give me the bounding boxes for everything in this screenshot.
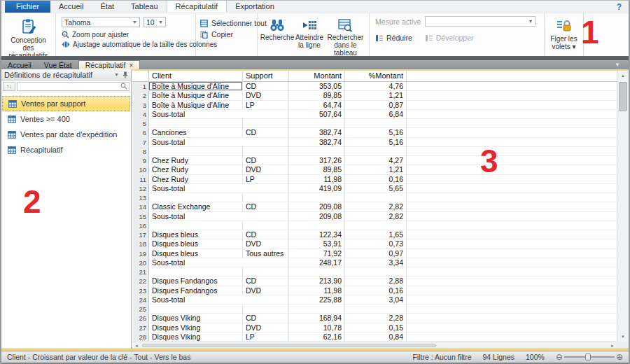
cell-pct-montant[interactable]: 5,65 (345, 184, 407, 192)
cell-client[interactable]: Boîte à Musique d'Aline (149, 82, 243, 90)
cell-pct-montant[interactable]: 3,34 (345, 258, 407, 267)
cell-support[interactable]: LP (243, 101, 289, 109)
cell-client[interactable]: Disques bleus (149, 230, 243, 239)
cell-support[interactable]: CD (243, 276, 289, 285)
row-number[interactable]: 25 (132, 304, 149, 313)
cell-client[interactable]: Disques Fandangos (149, 276, 243, 285)
horizontal-scrollbar[interactable]: ◄ ► (132, 342, 617, 349)
cell-support[interactable]: DVD (243, 239, 289, 248)
cell-pct-montant[interactable]: 3,04 (345, 295, 407, 304)
cell-support[interactable]: CD (243, 156, 289, 164)
tab-exportation[interactable]: Exportation (227, 0, 283, 13)
cell-pct-montant[interactable]: 6,84 (345, 110, 407, 118)
row-number[interactable]: 10 (132, 165, 149, 174)
row-number[interactable]: 15 (132, 212, 149, 220)
row-number[interactable]: 28 (132, 332, 149, 341)
row-number[interactable]: 1 (132, 82, 149, 90)
search-input[interactable] (17, 82, 130, 91)
row-number[interactable]: 12 (132, 184, 149, 192)
cell-support[interactable] (243, 119, 289, 127)
cell-client[interactable] (149, 267, 243, 276)
row-number[interactable]: 27 (132, 323, 149, 332)
cell-client[interactable]: Disques bleus (149, 249, 243, 258)
collapse-button[interactable]: Réduire (375, 33, 412, 43)
vertical-scrollbar[interactable]: ▲ ▼ (617, 71, 629, 342)
cell-montant[interactable]: 71,92 (289, 249, 345, 258)
cell-montant[interactable]: 317,26 (289, 156, 345, 164)
vertical-scroll-thumb[interactable] (619, 82, 627, 111)
cell-pct-montant[interactable]: 0,16 (345, 286, 407, 295)
cell-montant[interactable]: 53,91 (289, 239, 345, 248)
cell-support[interactable]: CD (243, 314, 289, 322)
cell-client[interactable]: Disques Viking (149, 323, 243, 332)
goto-line-button[interactable]: Atteindrela ligne (294, 15, 325, 54)
cell-support[interactable]: CD (243, 82, 289, 90)
row-number[interactable]: 23 (132, 286, 149, 295)
cell-montant[interactable]: 62,16 (289, 332, 345, 341)
cell-montant[interactable]: 64,74 (289, 101, 345, 109)
cell-pct-montant[interactable]: 5,16 (345, 128, 407, 136)
cell-pct-montant[interactable]: 1,21 (345, 91, 407, 99)
cell-montant[interactable] (289, 193, 345, 202)
zoom-slider-track[interactable] (564, 356, 615, 358)
cell-support[interactable]: LP (243, 332, 289, 341)
cell-support[interactable]: DVD (243, 323, 289, 332)
cell-pct-montant[interactable]: 0,73 (345, 239, 407, 248)
cell-client[interactable]: Classic Exchange (149, 202, 243, 211)
cell-pct-montant[interactable]: 2,88 (345, 276, 407, 285)
cell-montant[interactable] (289, 147, 345, 155)
cell-client[interactable]: Sous-total (149, 184, 289, 192)
cell-pct-montant[interactable]: 1,21 (345, 165, 407, 174)
cell-montant[interactable]: 213,90 (289, 276, 345, 285)
zoom-slider[interactable]: ⊖ ⊕ (556, 353, 623, 361)
col-header-client[interactable]: Client (149, 71, 243, 81)
cell-pct-montant[interactable]: 2,82 (345, 202, 407, 211)
cell-pct-montant[interactable]: 2,28 (345, 314, 407, 322)
row-number[interactable]: 14 (132, 202, 149, 211)
view-tab-accueil[interactable]: Accueil (1, 60, 38, 69)
sort-button[interactable]: ↑↓ (3, 82, 15, 91)
cell-pct-montant[interactable] (345, 193, 407, 202)
view-tab-vue-etat[interactable]: Vue État (38, 60, 78, 69)
row-number[interactable]: 7 (132, 138, 149, 146)
zoom-out-icon[interactable]: ⊖ (556, 353, 563, 361)
scroll-down-icon[interactable]: ▼ (617, 332, 629, 342)
cell-support[interactable]: LP (243, 175, 289, 183)
cell-montant[interactable]: 122,34 (289, 230, 345, 239)
cell-montant[interactable] (289, 119, 345, 127)
cell-montant[interactable]: 225,88 (289, 295, 345, 304)
cell-montant[interactable]: 11,98 (289, 286, 345, 295)
cell-support[interactable] (243, 193, 289, 202)
row-number[interactable]: 8 (132, 147, 149, 155)
cell-pct-montant[interactable]: 4,27 (345, 156, 407, 164)
cell-client[interactable] (149, 147, 243, 155)
pin-icon[interactable] (122, 71, 128, 78)
cell-client[interactable]: Sous-total (149, 258, 289, 267)
cell-montant[interactable]: 10,78 (289, 323, 345, 332)
scroll-up-icon[interactable]: ▲ (617, 71, 629, 80)
summary-list-item[interactable]: Ventes par support (2, 96, 130, 111)
cell-montant[interactable]: 248,17 (289, 258, 345, 267)
cell-client[interactable]: Boîte à Musique d'Aline (149, 91, 243, 99)
select-all-button[interactable]: Sélectionner tout (200, 18, 254, 29)
zoom-to-fit-button[interactable]: + Zoom pour ajuster (62, 29, 192, 39)
cell-client[interactable] (149, 304, 243, 313)
tab-recapitulatif[interactable]: Récapitulatif (167, 0, 227, 13)
cell-montant[interactable]: 419,09 (289, 184, 345, 192)
cell-pct-montant[interactable] (345, 304, 407, 313)
cell-pct-montant[interactable]: 4,76 (345, 82, 407, 90)
row-number[interactable]: 11 (132, 175, 149, 183)
cell-client[interactable]: Sous-total (149, 212, 289, 220)
cell-pct-montant[interactable]: 0,87 (345, 101, 407, 109)
row-number[interactable]: 5 (132, 119, 149, 127)
col-header-pct-montant[interactable]: %Montant (345, 71, 407, 81)
col-header-montant[interactable]: Montant (289, 71, 345, 81)
cell-pct-montant[interactable]: 5,16 (345, 138, 407, 146)
row-number[interactable]: 18 (132, 239, 149, 248)
tab-accueil[interactable]: Accueil (50, 0, 92, 13)
cell-client[interactable]: Sous-total (149, 138, 289, 146)
font-size-select[interactable]: 10▼ (144, 17, 166, 27)
cell-support[interactable]: DVD (243, 91, 289, 99)
find-in-table-button[interactable]: Rechercherdans le tableau (325, 15, 366, 54)
help-icon[interactable]: ? (617, 2, 622, 12)
